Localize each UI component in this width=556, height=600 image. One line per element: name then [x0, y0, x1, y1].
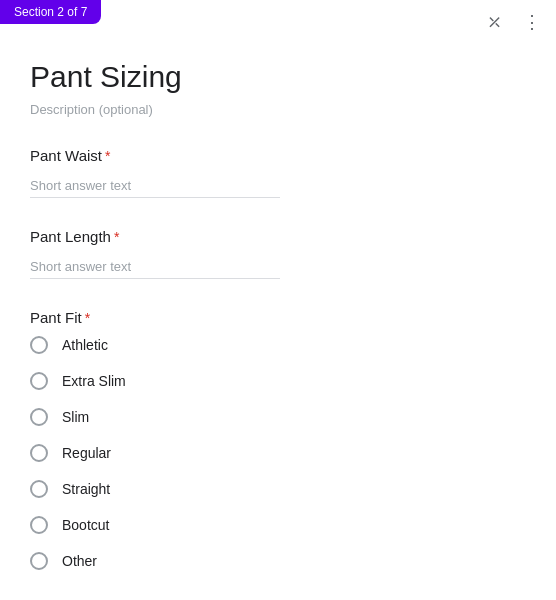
form-title: Pant Sizing [30, 60, 526, 94]
radio-option-athletic[interactable]: Athletic [30, 336, 526, 354]
form-content: Pant Sizing Description (optional) Pant … [0, 0, 556, 600]
header-icons: ⤫ ⋮ [480, 8, 546, 36]
radio-circle [30, 480, 48, 498]
radio-label: Regular [62, 445, 111, 461]
pant-length-block: Pant Length * [30, 228, 526, 279]
radio-circle [30, 336, 48, 354]
pant-length-label: Pant Length * [30, 228, 526, 245]
radio-option-extra-slim[interactable]: Extra Slim [30, 372, 526, 390]
radio-circle [30, 408, 48, 426]
radio-option-other[interactable]: Other [30, 552, 526, 570]
pant-waist-input[interactable] [30, 174, 280, 198]
radio-label: Extra Slim [62, 373, 126, 389]
collapse-icon[interactable]: ⤫ [480, 8, 508, 36]
radio-label: Athletic [62, 337, 108, 353]
more-options-icon[interactable]: ⋮ [518, 8, 546, 36]
pant-length-input[interactable] [30, 255, 280, 279]
required-star-waist: * [105, 148, 110, 164]
pant-fit-label: Pant Fit * [30, 309, 526, 326]
required-star-fit: * [85, 310, 90, 326]
radio-circle [30, 444, 48, 462]
radio-label: Slim [62, 409, 89, 425]
radio-label: Bootcut [62, 517, 109, 533]
radio-circle [30, 372, 48, 390]
form-description: Description (optional) [30, 102, 526, 117]
radio-option-slim[interactable]: Slim [30, 408, 526, 426]
section-badge: Section 2 of 7 [0, 0, 101, 24]
form-container: Section 2 of 7 ⤫ ⋮ Pant Sizing Descripti… [0, 0, 556, 600]
pant-waist-block: Pant Waist * [30, 147, 526, 198]
radio-option-bootcut[interactable]: Bootcut [30, 516, 526, 534]
radio-label: Straight [62, 481, 110, 497]
required-star-length: * [114, 229, 119, 245]
radio-circle [30, 516, 48, 534]
pant-fit-block: Pant Fit * AthleticExtra SlimSlimRegular… [30, 309, 526, 570]
radio-label: Other [62, 553, 97, 569]
pant-fit-options: AthleticExtra SlimSlimRegularStraightBoo… [30, 336, 526, 570]
radio-option-straight[interactable]: Straight [30, 480, 526, 498]
radio-option-regular[interactable]: Regular [30, 444, 526, 462]
radio-circle [30, 552, 48, 570]
pant-waist-label: Pant Waist * [30, 147, 526, 164]
